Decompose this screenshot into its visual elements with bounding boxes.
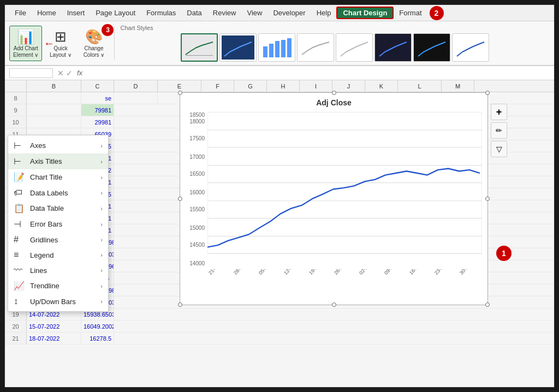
- chart-style-3[interactable]: [258, 33, 295, 62]
- change-colors-button[interactable]: 🎨 ChangeColors ∨ 3: [79, 26, 109, 61]
- cancel-icon: ✕: [57, 69, 64, 78]
- menu-developer[interactable]: Developer: [267, 8, 311, 18]
- chart-title-arrow: ›: [100, 174, 103, 181]
- legend-label: Legend: [30, 251, 96, 259]
- cell-b20b[interactable]: 15-07-2022: [27, 320, 81, 332]
- cell-c10[interactable]: 29981: [81, 116, 114, 128]
- col-header-c[interactable]: C: [81, 80, 114, 92]
- menu-item-updown-bars[interactable]: ↕ Up/Down Bars ›: [8, 294, 108, 309]
- col-header-m[interactable]: M: [442, 80, 474, 92]
- formula-input[interactable]: [85, 69, 550, 77]
- menu-formulas[interactable]: Formulas: [141, 8, 181, 18]
- chart-element-icon: 📊: [17, 28, 34, 45]
- name-box[interactable]: [9, 68, 53, 78]
- gridlines-label: Gridlines: [30, 236, 96, 244]
- ribbon-divider: [114, 27, 115, 60]
- add-chart-element-button[interactable]: 📊 Add ChartElement ∨ ←: [9, 26, 42, 61]
- col-header-k[interactable]: K: [365, 80, 398, 92]
- trendline-label: Trendline: [30, 282, 96, 290]
- chart-filter-btn[interactable]: ▽: [491, 141, 507, 157]
- data-labels-label: Data Labels: [30, 189, 96, 197]
- menu-item-gridlines[interactable]: # Gridlines ›: [8, 232, 108, 247]
- change-colors-icon: 🎨: [85, 28, 103, 45]
- chart-handle-mr[interactable]: [485, 197, 490, 201]
- gridlines-arrow: ›: [100, 236, 103, 243]
- menu-item-chart-title[interactable]: 📝 Chart Title ›: [8, 169, 108, 185]
- col-header-b[interactable]: B: [27, 80, 81, 92]
- lines-arrow: ›: [100, 267, 103, 274]
- chart-style-1[interactable]: [181, 33, 218, 62]
- menu-bar: File Home Insert Page Layout Formulas Da…: [5, 5, 554, 21]
- menu-item-axes[interactable]: ⊢ Axes ›: [8, 138, 108, 153]
- col-header-d[interactable]: D: [114, 80, 158, 92]
- chart-styles-row: [181, 33, 489, 62]
- cell-d8[interactable]: [114, 92, 158, 104]
- menu-item-legend[interactable]: ≡ Legend ›: [8, 247, 108, 263]
- cell-b9[interactable]: [27, 104, 81, 116]
- menu-item-data-labels[interactable]: 🏷 Data Labels ›: [8, 185, 108, 200]
- menu-data[interactable]: Data: [181, 8, 207, 18]
- svg-rect-2: [269, 44, 273, 57]
- cell-c20b[interactable]: 16049.2002: [81, 320, 114, 332]
- menu-home[interactable]: Home: [32, 8, 62, 18]
- cell-c9[interactable]: 79981: [81, 104, 114, 116]
- chart-style-btn[interactable]: ✏: [491, 122, 507, 139]
- chart-add-element-btn[interactable]: +: [491, 104, 507, 120]
- chart-style-4[interactable]: [297, 33, 334, 62]
- ribbon: 📊 Add ChartElement ∨ ← ⊞ QuickLayout ∨ 🎨…: [5, 21, 554, 66]
- menu-item-trendline[interactable]: 📈 Trendline ›: [8, 278, 108, 294]
- updown-bars-label: Up/Down Bars: [30, 298, 96, 306]
- chart-styles-label: Chart Styles: [120, 25, 153, 31]
- menu-page-layout[interactable]: Page Layout: [90, 8, 141, 18]
- chart-handle-bm[interactable]: [332, 302, 336, 307]
- chart-handle-br[interactable]: [485, 302, 490, 307]
- menu-item-axis-titles[interactable]: ⊢ Axis Titles ›: [8, 153, 108, 169]
- chart-container[interactable]: Adj Close: [180, 92, 488, 305]
- chart-style-2[interactable]: [219, 33, 257, 62]
- row-num-20b: 20: [5, 320, 27, 332]
- col-header-j[interactable]: J: [332, 80, 365, 92]
- add-chart-element-dropdown: ⊢ Axes › ⊢ Axis Titles › 📝 Chart Title ›…: [8, 135, 109, 312]
- cell-c8[interactable]: se: [81, 92, 114, 104]
- menu-help[interactable]: Help: [311, 8, 337, 18]
- menu-view[interactable]: View: [241, 8, 267, 18]
- cell-c21b[interactable]: 16278.5: [81, 332, 114, 344]
- cell-b10[interactable]: [27, 116, 81, 128]
- col-header-g[interactable]: G: [234, 80, 267, 92]
- row-num-21b: 21: [5, 332, 27, 344]
- col-header-h[interactable]: H: [267, 80, 300, 92]
- data-table-arrow: ›: [100, 205, 103, 212]
- chart-sidebar: + ✏ ▽: [491, 104, 507, 157]
- chart-handle-bl[interactable]: [178, 302, 182, 307]
- menu-item-data-table[interactable]: 📋 Data Table ›: [8, 200, 108, 216]
- menu-item-lines[interactable]: 〰 Lines ›: [8, 263, 108, 278]
- chart-style-7[interactable]: [413, 33, 450, 62]
- row-num-10: 10: [5, 116, 27, 128]
- cell-b21b[interactable]: 18-07-2022: [27, 332, 81, 344]
- menu-item-error-bars[interactable]: ⊣ Error Bars ›: [8, 216, 108, 232]
- cell-b8[interactable]: [27, 92, 81, 104]
- updown-bars-icon: ↕: [14, 296, 26, 306]
- axes-arrow: ›: [100, 142, 103, 149]
- x-axis-labels: 21-06-2022 28-06-2022 05-07-2022 12-07-2…: [207, 269, 482, 302]
- col-header-l[interactable]: L: [398, 80, 442, 92]
- chart-style-6[interactable]: [374, 33, 412, 62]
- col-header-e[interactable]: E: [158, 80, 201, 92]
- menu-review[interactable]: Review: [207, 8, 242, 18]
- col-header-i[interactable]: I: [300, 80, 332, 92]
- chart-handle-tm[interactable]: [332, 91, 336, 95]
- menu-file[interactable]: File: [9, 8, 32, 18]
- legend-icon: ≡: [14, 250, 26, 260]
- chart-style-5[interactable]: [336, 33, 373, 62]
- axis-titles-label: Axis Titles: [30, 157, 96, 165]
- col-header-f[interactable]: F: [201, 80, 234, 92]
- chart-handle-tr[interactable]: [485, 91, 490, 95]
- chart-handle-tl[interactable]: [178, 91, 182, 95]
- error-bars-arrow: ›: [100, 221, 103, 228]
- chart-style-8[interactable]: [452, 33, 489, 62]
- menu-format[interactable]: Format: [394, 8, 427, 18]
- menu-chart-design[interactable]: Chart Design: [336, 7, 394, 19]
- updown-bars-arrow: ›: [100, 298, 103, 305]
- menu-insert[interactable]: Insert: [62, 8, 91, 18]
- svg-rect-3: [275, 41, 280, 57]
